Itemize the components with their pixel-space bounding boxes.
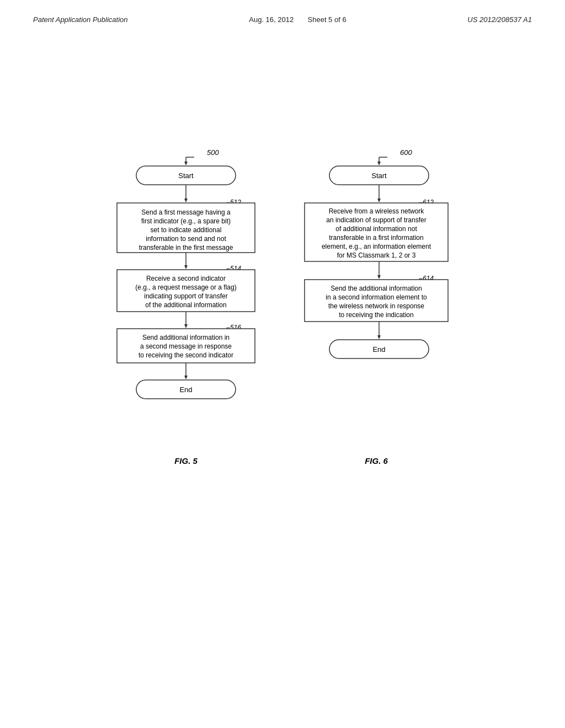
svg-text:set to indicate additional: set to indicate additional xyxy=(151,226,222,234)
svg-text:an indication of support of tr: an indication of support of transfer xyxy=(326,216,426,224)
svg-text:transferable in the first mess: transferable in the first message xyxy=(139,244,233,251)
svg-text:Send the additional informatio: Send the additional information xyxy=(331,285,422,292)
svg-marker-16 xyxy=(184,265,188,269)
svg-text:element, e.g., an information : element, e.g., an information element xyxy=(322,243,431,250)
svg-marker-41 xyxy=(377,199,381,202)
svg-text:of the additional information: of the additional information xyxy=(145,301,226,309)
svg-text:to receiving the second indica: to receiving the second indicator xyxy=(138,351,233,359)
sheet-info: Aug. 16, 2012 Sheet 5 of 6 xyxy=(249,15,346,24)
svg-text:first indicator (e.g., a spare: first indicator (e.g., a spare bit) xyxy=(141,217,231,225)
svg-text:Receive from a wireless networ: Receive from a wireless network xyxy=(329,207,425,215)
fig6-svg: 600 Start ⌐612 Receive from a wireless n… xyxy=(296,145,456,443)
svg-text:indicating support of transfer: indicating support of transfer xyxy=(144,292,227,300)
fig6-diagram: 600 Start ⌐612 Receive from a wireless n… xyxy=(296,145,456,465)
svg-text:Start: Start xyxy=(178,172,194,180)
svg-marker-3 xyxy=(184,162,188,165)
page-header: Patent Application Publication Aug. 16, … xyxy=(0,0,565,24)
svg-marker-31 xyxy=(184,376,188,379)
date-text: Aug. 16, 2012 xyxy=(249,15,294,24)
svg-text:information to send and not: information to send and not xyxy=(146,235,226,243)
diagrams-area: 500 Start ⌐512 Send a first message havi… xyxy=(0,145,565,465)
svg-text:to receiving the indication: to receiving the indication xyxy=(339,311,413,319)
fig5-svg: 500 Start ⌐512 Send a first message havi… xyxy=(109,145,263,443)
svg-text:(e.g., a request message or a : (e.g., a request message or a flag) xyxy=(135,283,236,291)
svg-text:of additional information not: of additional information not xyxy=(335,225,417,233)
svg-text:a second message in response: a second message in response xyxy=(140,342,232,350)
svg-marker-51 xyxy=(377,275,381,279)
svg-text:for MS Classmark 1, 2 or 3: for MS Classmark 1, 2 or 3 xyxy=(337,251,416,259)
svg-text:Send additional information in: Send additional information in xyxy=(142,334,230,341)
svg-text:Start: Start xyxy=(371,172,387,180)
fig5-caption: FIG. 5 xyxy=(174,456,198,465)
fig6-caption: FIG. 6 xyxy=(365,456,388,465)
svg-text:600: 600 xyxy=(400,148,412,157)
svg-text:the wireless network in respon: the wireless network in response xyxy=(328,302,424,310)
svg-marker-24 xyxy=(184,324,188,328)
svg-text:End: End xyxy=(372,345,385,354)
svg-marker-7 xyxy=(184,199,188,202)
svg-text:Send a first message having a: Send a first message having a xyxy=(141,208,231,216)
sheet-text: Sheet 5 of 6 xyxy=(308,15,347,24)
fig5-diagram: 500 Start ⌐512 Send a first message havi… xyxy=(109,145,263,465)
svg-text:500: 500 xyxy=(207,148,219,157)
publication-label: Patent Application Publication xyxy=(33,15,128,24)
svg-marker-59 xyxy=(377,335,381,339)
svg-text:in a second information elemen: in a second information element to xyxy=(326,293,427,301)
svg-text:Receive a second indicator: Receive a second indicator xyxy=(146,275,226,282)
svg-text:End: End xyxy=(179,386,192,394)
patent-number: US 2012/208537 A1 xyxy=(467,15,532,24)
svg-marker-37 xyxy=(377,162,381,165)
svg-text:transferable in a first inform: transferable in a first information xyxy=(329,234,423,242)
